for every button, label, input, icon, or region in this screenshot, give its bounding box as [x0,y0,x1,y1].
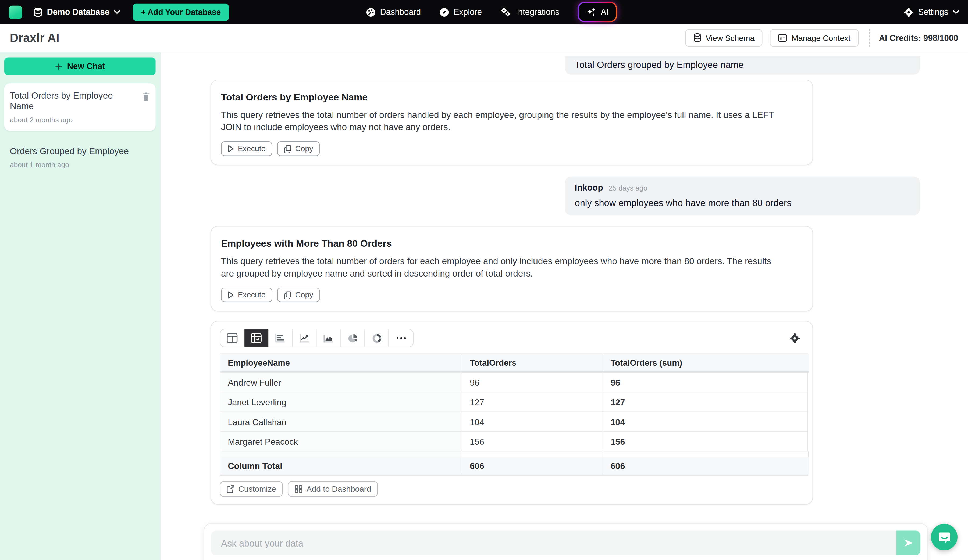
pivot-table-icon-selected[interactable] [244,329,269,347]
table-header-row: EmployeeName TotalOrders TotalOrders (su… [220,354,807,373]
cell-employee-name: Andrew Fuller [220,373,462,392]
customize-button[interactable]: Customize [220,481,283,497]
view-schema-button[interactable]: View Schema [685,29,763,47]
send-button[interactable] [897,530,921,555]
cell-employee-name: Margaret Peacock [220,432,462,451]
chat-support-launcher[interactable] [931,524,958,550]
line-chart-icon[interactable] [293,329,317,347]
nav-label: Dashboard [380,8,421,17]
manage-context-label: Manage Context [792,33,850,43]
user-message: Inkoop 25 days ago only show employees w… [565,177,920,215]
play-icon [228,145,234,153]
add-to-dashboard-button[interactable]: Add to Dashboard [288,481,378,497]
query-title: Total Orders by Employee Name [221,92,803,103]
view-schema-label: View Schema [706,33,754,43]
ai-response-card: Total Orders by Employee Name This query… [211,79,813,165]
draxlr-logo[interactable] [8,5,22,19]
context-card-icon [778,34,787,42]
cell-employee-name: Laura Callahan [220,412,462,431]
top-navigation-bar: Demo Database + Add Your Database Dashbo… [0,0,968,24]
plus-icon [55,63,62,70]
app-window: Demo Database + Add Your Database Dashbo… [0,0,968,560]
cell-employee-name: Janet Leverling [220,392,462,411]
result-table: EmployeeName TotalOrders TotalOrders (su… [220,354,808,476]
settings-label: Settings [918,8,948,17]
chat-history-item-selected[interactable]: Total Orders by Employee Name about 2 mo… [4,83,156,131]
copy-icon [284,291,292,299]
page-title: Draxlr AI [10,31,60,45]
total-orders-value: 606 [462,457,603,474]
bar-chart-icon[interactable] [269,329,293,347]
nav-label: Explore [454,8,482,17]
table-spacer-row [220,452,807,458]
copy-button[interactable]: Copy [277,287,320,302]
table-row: Margaret Peacock 156 156 [220,432,807,451]
grid-icon [295,485,303,493]
visualization-switcher [220,329,414,347]
gear-icon [904,7,914,17]
ai-credits: AI Credits: 998/1000 [879,33,958,43]
ai-sparkles-icon [587,7,597,17]
total-label: Column Total [220,457,462,474]
table-icon[interactable] [220,329,245,347]
chat-timestamp: about 1 month ago [10,161,150,168]
compass-icon [439,7,449,17]
copy-label: Copy [295,291,313,299]
new-chat-label: New Chat [67,62,105,71]
chat-sidebar: New Chat Total Orders by Employee Name a… [0,53,161,560]
user-message-text: Total Orders grouped by Employee name [575,59,910,69]
table-row: Laura Callahan 104 104 [220,412,807,432]
cell-total-orders-sum: 156 [603,432,809,451]
send-arrow-icon [903,538,914,548]
database-icon [693,33,701,43]
database-name: Demo Database [47,8,109,17]
copy-label: Copy [295,144,313,153]
result-settings-gear-icon[interactable] [789,333,800,344]
chat-title: Total Orders by Employee Name [10,91,150,112]
query-description: This query retrieves the total number of… [221,255,803,279]
copy-button[interactable]: Copy [277,141,320,156]
primary-nav: Dashboard Explore Integrations [366,0,617,24]
nav-item-explore[interactable]: Explore [439,7,482,17]
settings-menu[interactable]: Settings [904,7,960,17]
user-message: Total Orders grouped by Employee name [565,56,920,75]
chat-history-item[interactable]: Orders Grouped by Employee about 1 month… [4,139,156,176]
nav-item-integrations[interactable]: Integrations [501,7,559,17]
chevron-down-icon [953,10,960,14]
table-row: Janet Leverling 127 127 [220,392,807,412]
add-your-database-button[interactable]: + Add Your Database [133,3,229,21]
manage-context-button[interactable]: Manage Context [770,29,859,47]
area-chart-icon[interactable] [317,329,341,347]
cell-total-orders: 96 [462,373,603,392]
execute-button[interactable]: Execute [221,141,272,156]
dashboard-icon [366,7,376,17]
pie-chart-icon[interactable] [341,329,365,347]
nav-item-ai-active[interactable]: AI [578,2,617,22]
query-result-card: EmployeeName TotalOrders TotalOrders (su… [211,321,813,505]
external-link-icon [227,485,235,493]
ai-response-card: Employees with More Than 80 Orders This … [211,226,813,311]
column-header[interactable]: TotalOrders [462,354,603,373]
query-description: This query retrieves the total number of… [221,109,803,133]
cell-total-orders: 104 [462,412,603,431]
play-icon [228,291,234,299]
user-name: Inkoop [575,183,603,193]
ask-input[interactable] [211,530,896,555]
message-timestamp: 25 days ago [609,184,648,192]
new-chat-button[interactable]: New Chat [4,58,156,76]
column-header[interactable]: EmployeeName [220,354,462,373]
execute-button[interactable]: Execute [221,287,272,302]
delete-chat-icon[interactable] [142,92,150,101]
database-switcher[interactable]: Demo Database [33,7,121,17]
cell-total-orders-sum: 96 [603,373,809,392]
total-orders-sum-value: 606 [603,457,809,474]
cell-total-orders: 127 [462,392,603,411]
more-options-icon[interactable] [389,329,413,347]
chat-composer: Auto execute Show SQL Query [204,523,928,560]
chat-main-area: Total Orders grouped by Employee name To… [161,53,968,560]
nav-item-dashboard[interactable]: Dashboard [366,7,421,17]
cell-total-orders-sum: 127 [603,392,809,411]
customize-label: Customize [238,484,276,493]
column-header[interactable]: TotalOrders (sum) [603,354,809,373]
donut-chart-icon[interactable] [365,329,389,347]
